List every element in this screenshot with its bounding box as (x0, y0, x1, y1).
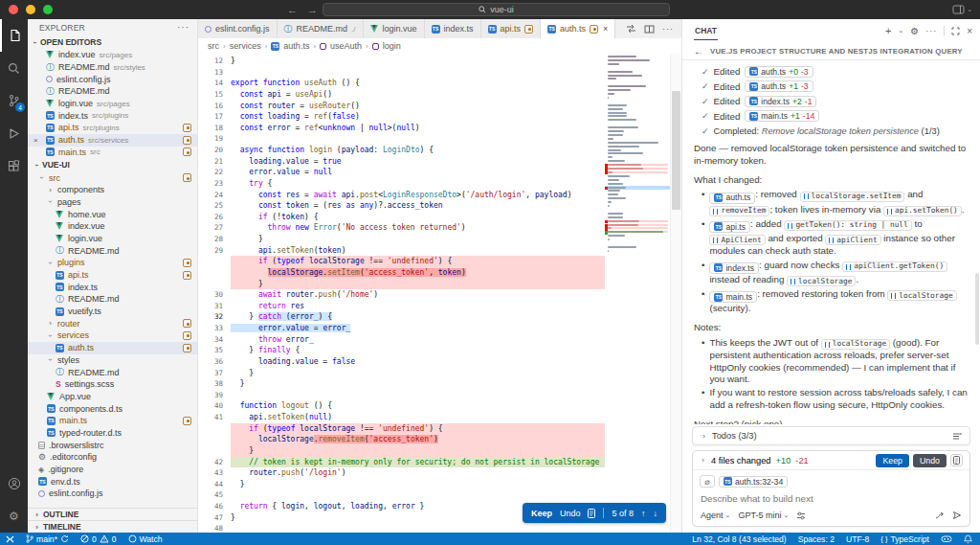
inline-code-chip[interactable]: localStorage (787, 276, 856, 286)
open-changes-icon[interactable] (626, 24, 636, 34)
breadcrumb[interactable]: src›services›TSauth.ts›useAuth›login (198, 38, 681, 54)
inline-code-chip[interactable]: localStorage (821, 339, 890, 350)
open-editor-item-api.ts[interactable]: TSapi.tssrc/plugins (28, 122, 197, 134)
editor-more-actions-icon[interactable]: ··· (662, 24, 674, 34)
edited-file-row[interactable]: ✓EditedTSauth.ts+1-3 (694, 79, 969, 95)
notifications-bell-icon[interactable] (964, 534, 972, 544)
code-line[interactable]: 40 function logout () { (198, 400, 605, 412)
edited-file-row[interactable]: ✓EditedTSmain.ts+1-14 (694, 109, 969, 125)
remote-indicator[interactable] (6, 535, 14, 543)
code-line[interactable]: 15 const api = useApi() (198, 89, 605, 101)
open-editor-item-README.md[interactable]: ⓘREADME.mdsrc/styles (28, 61, 197, 74)
code-line[interactable]: 39 (198, 390, 605, 401)
tree-item-env.d.ts[interactable]: TSenv.d.ts (28, 475, 197, 488)
tree-item-vuetify.ts[interactable]: TSvuetify.ts (28, 306, 197, 318)
todos-card[interactable]: › Todos (3/3) (692, 426, 970, 445)
tree-item-typed-router.d.ts[interactable]: TStyped-router.d.ts (28, 427, 197, 440)
next-change-icon[interactable]: ↓ (654, 509, 658, 518)
tree-item-styles[interactable]: ›styles (28, 354, 197, 367)
keep-all-button[interactable]: Keep (876, 454, 909, 467)
run-debug-activity-icon[interactable] (0, 117, 28, 149)
tree-item-components[interactable]: ›components (28, 184, 197, 196)
code-line[interactable]: 16 const router = useRouter() (198, 101, 605, 112)
close-window-button[interactable] (9, 5, 18, 14)
code-line[interactable]: localStorage.removeItem('access_token') (198, 434, 605, 445)
chat-input-field[interactable]: Describe what to build next (693, 488, 969, 506)
minimap[interactable] (605, 54, 670, 533)
code-line[interactable]: 20 async function login (payload: LoginD… (198, 145, 605, 156)
todos-list-icon[interactable] (952, 432, 962, 441)
code-line[interactable]: 18 const error = ref<unknown | null>(nul… (198, 123, 605, 134)
model-dropdown[interactable]: GPT-5 mini⌄ (738, 511, 789, 520)
undo-change-button[interactable]: Undo (560, 509, 581, 518)
code-line[interactable]: 33 error.value = error_ (198, 323, 605, 334)
file-chip-index.ts[interactable]: TSindex.ts (709, 262, 759, 274)
accounts-icon[interactable] (0, 467, 28, 500)
tree-item-services[interactable]: ›services (28, 329, 197, 342)
file-widget-icon[interactable] (588, 509, 595, 518)
inline-code-chip[interactable]: localStorage (887, 290, 956, 301)
voice-input-icon[interactable] (935, 511, 945, 520)
inline-code-chip[interactable]: removeItem (709, 206, 769, 216)
code-lines[interactable]: 12}1314export function useAuth () {15 co… (198, 56, 605, 533)
git-branch-status[interactable]: main* (26, 534, 69, 544)
chat-scrollbar[interactable] (975, 273, 979, 345)
file-chip-auth.ts[interactable]: TSauth.ts+0-3 (745, 66, 813, 78)
open-editor-item-login.vue[interactable]: login.vuesrc/pages (28, 98, 197, 110)
cursor-position-status[interactable]: Ln 32, Col 8 (43 selected) (692, 534, 786, 544)
file-chip-api.ts[interactable]: TSapi.ts (709, 221, 750, 233)
code-line[interactable]: 24 const res = await api.post<LoginRespo… (198, 190, 605, 201)
close-editor-icon[interactable]: × (33, 136, 38, 145)
layout-panel-icon[interactable] (952, 5, 965, 14)
code-line[interactable]: 27 throw new Error('No access token retu… (198, 222, 605, 234)
edited-file-row[interactable]: ✓EditedTSauth.ts+0-3 (694, 64, 969, 79)
back-icon[interactable]: ← (694, 46, 703, 57)
new-chat-icon[interactable]: + (885, 25, 891, 36)
split-editor-icon[interactable] (644, 25, 655, 34)
code-area[interactable]: 12}1314export function useAuth () {15 co… (198, 54, 681, 533)
file-chip-index.ts[interactable]: TSindex.ts+2-1 (745, 96, 816, 107)
tree-item-.editorconfig[interactable]: ⚙.editorconfig (28, 451, 197, 464)
tab-README.md[interactable]: ⓘREADME.md./ (278, 19, 364, 38)
edited-file-row[interactable]: ✓EditedTSindex.ts+2-1 (694, 94, 969, 109)
chat-settings-gear-icon[interactable]: ⚙ (910, 26, 919, 36)
tree-item-main.ts[interactable]: TSmain.ts (28, 415, 197, 427)
tab-index.ts[interactable]: TSindex.ts (425, 19, 481, 38)
code-line[interactable]: 13 (198, 67, 605, 79)
breadcrumb-item-auth.ts[interactable]: auth.ts (283, 41, 309, 51)
tree-item-home.vue[interactable]: home.vue (28, 208, 197, 220)
tab-api.ts[interactable]: TSapi.ts (481, 19, 542, 38)
code-line[interactable]: 38 } (198, 378, 605, 390)
inline-code-chip[interactable]: api.setToken() (883, 206, 962, 216)
tree-item-README.md[interactable]: ⓘREADME.md (28, 366, 197, 378)
code-line[interactable]: } (198, 445, 605, 457)
context-file-chip[interactable]: TS auth.ts:32-34 (719, 476, 788, 488)
agent-mode-dropdown[interactable]: Agent⌄ (701, 511, 730, 520)
code-line[interactable]: 32 } catch (error_) { (198, 311, 605, 323)
file-chip-main.ts[interactable]: TSmain.ts+1-14 (745, 110, 819, 122)
files-changed-row[interactable]: › 4 files changed +10 -21 Keep Undo (693, 451, 969, 470)
inline-code-chip[interactable]: apiClient (825, 235, 880, 245)
code-line[interactable]: 44 } (198, 479, 605, 490)
breadcrumb-item-src[interactable]: src (208, 41, 219, 51)
file-chip-auth.ts[interactable]: TSauth.ts+1-3 (745, 80, 813, 92)
code-line[interactable]: 45 (198, 489, 605, 501)
tab-auth.ts[interactable]: TSauth.ts× (541, 19, 615, 38)
code-line[interactable]: 41 api.setToken(null) (198, 412, 605, 423)
new-chat-caret-icon[interactable]: ⌄ (898, 27, 903, 34)
tab-eslint.config.js[interactable]: eslint.config.js (198, 19, 278, 38)
breadcrumb-item-services[interactable]: services (230, 41, 261, 51)
tree-item-index.vue[interactable]: index.vue (28, 220, 197, 233)
inline-code-chip[interactable]: localStorage.setItem (800, 192, 905, 202)
open-editor-item-index.vue[interactable]: index.vuesrc/pages (28, 49, 197, 61)
code-line[interactable]: 25 const token = (res as any)?.access_to… (198, 200, 605, 212)
explorer-activity-icon[interactable] (0, 19, 28, 52)
code-line[interactable]: 37 } (198, 368, 605, 379)
tree-item-README.md[interactable]: ⓘREADME.md (28, 293, 197, 306)
zoom-window-button[interactable] (43, 5, 53, 14)
chat-more-actions-icon[interactable]: ··· (925, 26, 937, 35)
chat-tab[interactable]: CHAT (694, 21, 718, 40)
tree-item-.gitignore[interactable]: ◈.gitignore (28, 464, 197, 476)
open-editor-item-main.ts[interactable]: TSmain.tssrc (28, 147, 197, 159)
view-diff-icon[interactable] (950, 454, 963, 466)
